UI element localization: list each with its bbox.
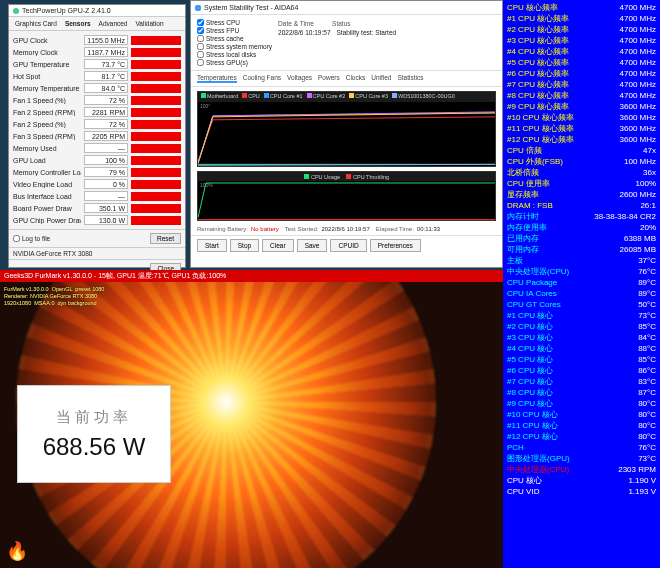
- gpuz-tab[interactable]: Graphics Card: [13, 19, 59, 28]
- gpuz-card-name: NVIDIA GeForce RTX 3080: [9, 247, 185, 259]
- aida-stress-checks: Stress CPU Stress FPU Stress cache Stres…: [197, 19, 272, 66]
- gpuz-icon: [13, 8, 19, 14]
- stat-row: #2 CPU 核心85°C: [507, 321, 656, 332]
- furmark-logo-icon: 🔥: [6, 540, 28, 562]
- legend-item: CPU Throttling: [346, 174, 389, 180]
- legend-item: Motherboard: [201, 93, 238, 101]
- aida-title: System Stability Test - AIDA64: [204, 4, 298, 11]
- stat-row: #4 CPU 核心88°C: [507, 343, 656, 354]
- stat-row: CPU 核心1.190 V: [507, 475, 656, 486]
- aida-save-button[interactable]: Save: [297, 239, 328, 252]
- stat-row: #9 CPU 核心频率3600 MHz: [507, 101, 656, 112]
- stat-row: CPU 使用率100%: [507, 178, 656, 189]
- aida-titlebar[interactable]: System Stability Test - AIDA64: [191, 1, 502, 15]
- stat-row: 内存计时38-38-38-84 CR2: [507, 211, 656, 222]
- legend-item: WD51001380C-00UG0: [392, 93, 455, 101]
- stat-row: CPU 外频(FSB)100 MHz: [507, 156, 656, 167]
- gpuz-tab[interactable]: Sensors: [63, 19, 93, 28]
- stat-row: 内存使用率20%: [507, 222, 656, 233]
- legend-item: CPU Usage: [304, 174, 340, 180]
- aida-icon: [195, 5, 201, 11]
- stat-row: 已用内存6388 MB: [507, 233, 656, 244]
- gpuz-window: TechPowerUp GPU-Z 2.41.0 Graphics CardSe…: [8, 4, 186, 268]
- aida-tab[interactable]: Powers: [318, 74, 340, 83]
- aida-cpuid-button[interactable]: CPUID: [330, 239, 366, 252]
- aida-tab[interactable]: Unified: [371, 74, 391, 83]
- sensor-row: Memory Controller Load79 %: [13, 166, 181, 178]
- gpuz-reset-button[interactable]: Reset: [150, 233, 181, 244]
- stat-row: #3 CPU 核心84°C: [507, 332, 656, 343]
- aida-preferences-button[interactable]: Preferences: [370, 239, 421, 252]
- aida-usage-graph: CPU UsageCPU Throttling 100%: [197, 171, 496, 221]
- sensor-row: Memory Temperature84.0 °C: [13, 82, 181, 94]
- stat-row: #7 CPU 核心频率4700 MHz: [507, 79, 656, 90]
- stat-row: #11 CPU 核心80°C: [507, 420, 656, 431]
- sensor-row: GPU Temperature73.7 °C: [13, 58, 181, 70]
- legend-item: CPU Core #1: [264, 93, 303, 101]
- sensor-row: Memory Used—: [13, 142, 181, 154]
- stat-row: CPU 倍频47x: [507, 145, 656, 156]
- aida-status: Remaining Battery:No battery Test Starte…: [191, 223, 502, 235]
- gpuz-titlebar[interactable]: TechPowerUp GPU-Z 2.41.0: [9, 5, 185, 17]
- aida-tab[interactable]: Temperatures: [197, 74, 237, 83]
- stat-row: CPU GT Cores50°C: [507, 299, 656, 310]
- stress-check[interactable]: Stress GPU(s): [197, 59, 272, 66]
- power-label: 当前功率: [56, 408, 132, 427]
- aida-temp-legend: MotherboardCPUCPU Core #1CPU Core #2CPU …: [198, 92, 495, 102]
- power-value: 688.56 W: [43, 433, 146, 461]
- stress-check[interactable]: Stress cache: [197, 35, 272, 42]
- stat-row: #12 CPU 核心频率3600 MHz: [507, 134, 656, 145]
- sensor-row: Fan 3 Speed (RPM)2205 RPM: [13, 130, 181, 142]
- aida-clear-button[interactable]: Clear: [262, 239, 294, 252]
- stat-row: #6 CPU 核心频率4700 MHz: [507, 68, 656, 79]
- aida-tab[interactable]: Statistics: [397, 74, 423, 83]
- stat-row: #10 CPU 核心频率3600 MHz: [507, 112, 656, 123]
- hw-stats-panel: CPU 核心频率4700 MHz#1 CPU 核心频率4700 MHz#2 CP…: [503, 0, 660, 568]
- legend-item: CPU Core #2: [307, 93, 346, 101]
- aida-start-button[interactable]: Start: [197, 239, 227, 252]
- aida-buttons: StartStopClearSaveCPUIDPreferences: [191, 235, 502, 255]
- stat-row: CPU VID1.193 V: [507, 486, 656, 497]
- stat-row: #9 CPU 核心80°C: [507, 398, 656, 409]
- sensor-row: Hot Spot81.7 °C: [13, 70, 181, 82]
- sensor-row: GPU Clock1155.0 MHz: [13, 34, 181, 46]
- stat-row: 可用内存26085 MB: [507, 244, 656, 255]
- furmark-titlebar[interactable]: Geeks3D FurMark v1.30.0.0 - 15帧, GPU1 温度…: [0, 270, 503, 282]
- aida-info: Date & TimeStatus 2022/8/6 10:19:57Stabi…: [278, 19, 496, 66]
- stat-row: DRAM : FSB26:1: [507, 200, 656, 211]
- stat-row: CPU IA Cores89°C: [507, 288, 656, 299]
- stress-check[interactable]: Stress CPU: [197, 19, 272, 26]
- sensor-row: Video Engine Load0 %: [13, 178, 181, 190]
- power-overlay: 当前功率 688.56 W: [18, 386, 170, 482]
- stress-check[interactable]: Stress FPU: [197, 27, 272, 34]
- stat-row: #1 CPU 核心73°C: [507, 310, 656, 321]
- stat-row: 北桥倍频36x: [507, 167, 656, 178]
- stat-row: PCH76°C: [507, 442, 656, 453]
- gpuz-log-checkbox[interactable]: Log to file: [13, 235, 50, 242]
- aida-tab[interactable]: Voltages: [287, 74, 312, 83]
- stress-check[interactable]: Stress local disks: [197, 51, 272, 58]
- legend-item: CPU: [242, 93, 260, 101]
- aida-stop-button[interactable]: Stop: [230, 239, 259, 252]
- gpuz-title: TechPowerUp GPU-Z 2.41.0: [22, 7, 111, 14]
- sensor-row: Fan 2 Speed (RPM)2281 RPM: [13, 106, 181, 118]
- stat-row: CPU Package89°C: [507, 277, 656, 288]
- sensor-row: Bus Interface Load—: [13, 190, 181, 202]
- stat-row: #2 CPU 核心频率4700 MHz: [507, 24, 656, 35]
- stat-row: #5 CPU 核心85°C: [507, 354, 656, 365]
- stat-row: #6 CPU 核心86°C: [507, 365, 656, 376]
- furmark-overlay-text: FurMark v1.30.0.0 OpenGL preset 1080 Ren…: [4, 286, 104, 307]
- stat-row: #11 CPU 核心频率3600 MHz: [507, 123, 656, 134]
- gpuz-tab[interactable]: Validation: [133, 19, 165, 28]
- stat-row: 中央处理器(CPU)2303 RPM: [507, 464, 656, 475]
- aida-tab[interactable]: Cooling Fans: [243, 74, 281, 83]
- stat-row: 中央处理器(CPU)76°C: [507, 266, 656, 277]
- aida-tab[interactable]: Clocks: [346, 74, 366, 83]
- sensor-row: Fan 2 Speed (%)72 %: [13, 118, 181, 130]
- stat-row: #12 CPU 核心80°C: [507, 431, 656, 442]
- stat-row: #3 CPU 核心频率4700 MHz: [507, 35, 656, 46]
- gpuz-tab[interactable]: Advanced: [97, 19, 130, 28]
- stress-check[interactable]: Stress system memory: [197, 43, 272, 50]
- stat-row: 显存频率2600 MHz: [507, 189, 656, 200]
- legend-item: CPU Core #3: [349, 93, 388, 101]
